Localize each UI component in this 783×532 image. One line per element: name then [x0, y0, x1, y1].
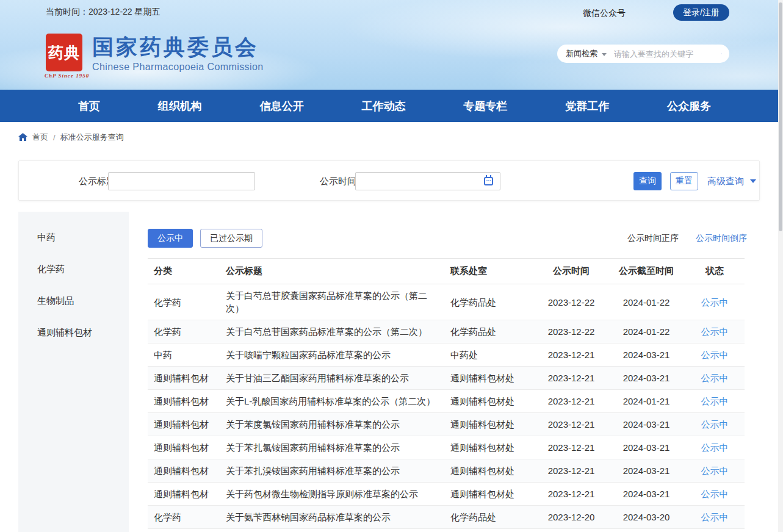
cell-title[interactable]: 关于白芍总苷国家药品标准草案的公示（第二次）	[220, 320, 444, 343]
cell-end-date: 2024-03-21	[608, 367, 685, 390]
cell-category: 通则辅料包材	[148, 367, 220, 390]
site-title-block: 国家药典委员会 Chinese Pharmacopoeia Commission	[92, 34, 263, 73]
breadcrumb-home[interactable]: 首页	[32, 132, 48, 143]
cell-start-date: 2023-12-21	[535, 390, 608, 413]
status-link[interactable]: 公示中	[701, 442, 729, 453]
site-search-input[interactable]	[614, 49, 721, 59]
publicity-date-input[interactable]	[355, 172, 500, 190]
nav-item[interactable]: 信息公开	[260, 99, 304, 113]
header-category: 分类	[148, 259, 220, 284]
cell-status: 公示中	[685, 367, 745, 390]
sidebar-category-item[interactable]: 中药	[18, 221, 129, 253]
cell-end-date: 2024-03-21	[608, 413, 685, 436]
table-row: 通则辅料包材 关于苯度氯铵国家药用辅料标准草案的公示 通则辅料包材处 2023-…	[148, 413, 745, 436]
site-search-bar[interactable]: 新闻检索	[557, 45, 729, 63]
main-nav: 首页组织机构信息公开工作动态专题专栏党群工作公众服务	[0, 90, 783, 122]
cell-office: 通则辅料包材处	[444, 413, 535, 436]
cell-title[interactable]: 关于甘油三乙酯国家药用辅料标准草案的公示	[220, 367, 444, 390]
chevron-down-icon	[750, 179, 756, 183]
nav-item[interactable]: 专题专栏	[463, 99, 507, 113]
sort-ascending-link[interactable]: 公示时间正序	[627, 233, 679, 244]
table-row: 通则辅料包材 关于苯扎溴铵国家药用辅料标准草案的公示 通则辅料包材处 2023-…	[148, 459, 745, 483]
query-button[interactable]: 查询	[633, 172, 662, 190]
cell-title[interactable]: 关于白芍总苷胶囊国家药品标准草案的公示（第二次）	[220, 284, 444, 320]
scrollbar-thumb[interactable]	[779, 2, 782, 231]
sidebar-category-item[interactable]: 化学药	[18, 253, 129, 285]
publicity-title-input[interactable]	[108, 172, 255, 190]
nav-item[interactable]: 首页	[78, 99, 100, 113]
cell-title[interactable]: 关于L-乳酸国家药用辅料标准草案的公示（第二次）	[220, 390, 444, 413]
table-row: 通则辅料包材 关于L-乳酸国家药用辅料标准草案的公示（第二次） 通则辅料包材处 …	[148, 390, 745, 413]
tab-expired-publicity[interactable]: 已过公示期	[200, 229, 262, 248]
cell-title[interactable]: 关于苯扎溴铵国家药用辅料标准草案的公示	[220, 459, 444, 483]
table-header-row: 分类 公示标题 联系处室 公示时间 公示截至时间 状态	[148, 259, 745, 284]
cell-title[interactable]: 关于苯扎氯铵国家药用辅料标准草案的公示	[220, 436, 444, 459]
table-row: 通则辅料包材 关于苯扎氯铵国家药用辅料标准草案的公示 通则辅料包材处 2023-…	[148, 436, 745, 459]
nav-item[interactable]: 组织机构	[158, 99, 202, 113]
cell-end-date: 2024-03-21	[608, 343, 685, 367]
site-title-en: Chinese Pharmacopoeia Commission	[92, 62, 263, 73]
header-end-date: 公示截至时间	[608, 259, 685, 284]
status-link[interactable]: 公示中	[701, 373, 729, 383]
sidebar-category-item[interactable]: 生物制品	[18, 285, 129, 317]
cell-title[interactable]: 关于药包材微生物检测指导原则标准草案的公示	[220, 483, 444, 506]
cell-status: 公示中	[685, 284, 745, 320]
cell-start-date: 2023-12-21	[535, 343, 608, 367]
category-sidebar: 中药化学药生物制品通则辅料包材	[18, 212, 129, 532]
reset-button[interactable]: 重置	[670, 172, 698, 190]
cell-category: 通则辅料包材	[148, 390, 220, 413]
cell-office: 化学药品处	[444, 284, 535, 320]
cell-office: 通则辅料包材处	[444, 367, 535, 390]
cell-category: 通则辅料包材	[148, 413, 220, 436]
nav-item[interactable]: 党群工作	[565, 99, 609, 113]
home-icon[interactable]	[18, 133, 27, 142]
status-link[interactable]: 公示中	[701, 512, 729, 522]
chevron-down-icon	[602, 53, 607, 56]
cell-title[interactable]: 关于氨苄西林钠国家药品标准草案的公示	[220, 506, 444, 529]
cell-start-date: 2023-12-22	[535, 284, 608, 320]
table-row: 通则辅料包材 关于甘油三乙酯国家药用辅料标准草案的公示 通则辅料包材处 2023…	[148, 367, 745, 390]
chp-seal-logo: 药典 ChP Since 1950	[46, 34, 82, 71]
current-time: 当前时间：2023-12-22 星期五	[46, 7, 161, 18]
status-link[interactable]: 公示中	[701, 326, 729, 337]
results-toolbar: 公示中 已过公示期 公示时间正序 公示时间倒序	[148, 229, 747, 248]
cell-status: 公示中	[685, 390, 745, 413]
page-scrollbar[interactable]	[778, 0, 783, 532]
cell-title[interactable]: 关于咳喘宁颗粒国家药品标准草案的公示	[220, 343, 444, 367]
header-office: 联系处室	[444, 259, 535, 284]
header-status: 状态	[685, 259, 745, 284]
login-register-button[interactable]: 登录/注册	[673, 4, 729, 21]
site-title-cn: 国家药典委员会	[92, 35, 263, 59]
publicity-table: 分类 公示标题 联系处室 公示时间 公示截至时间 状态 化学药 关于白芍总苷胶囊…	[148, 258, 745, 529]
calendar-icon[interactable]	[484, 177, 493, 185]
cell-end-date: 2024-01-21	[608, 390, 685, 413]
tab-in-publicity[interactable]: 公示中	[148, 229, 193, 248]
status-link[interactable]: 公示中	[701, 419, 729, 430]
status-link[interactable]: 公示中	[701, 466, 729, 476]
cell-office: 通则辅料包材处	[444, 459, 535, 483]
cell-status: 公示中	[685, 413, 745, 436]
sort-descending-link[interactable]: 公示时间倒序	[696, 233, 747, 244]
cell-title[interactable]: 关于苯度氯铵国家药用辅料标准草案的公示	[220, 413, 444, 436]
results-panel: 公示中 已过公示期 公示时间正序 公示时间倒序 分类 公示标题 联系处室 公示时…	[129, 212, 760, 532]
search-category-select[interactable]: 新闻检索	[566, 48, 597, 59]
cell-status: 公示中	[685, 506, 745, 529]
advanced-search-toggle[interactable]: 高级查询	[707, 161, 756, 201]
search-icon[interactable]	[721, 48, 722, 59]
sidebar-category-item[interactable]: 通则辅料包材	[18, 317, 129, 348]
seal-caption: ChP Since 1950	[45, 73, 93, 79]
cell-office: 化学药品处	[444, 320, 535, 343]
breadcrumb-separator: /	[53, 133, 56, 142]
breadcrumb-current: 标准公示服务查询	[60, 132, 124, 143]
wechat-account-link[interactable]: 微信公众号	[583, 8, 626, 19]
nav-item[interactable]: 工作动态	[361, 99, 405, 113]
status-link[interactable]: 公示中	[701, 297, 729, 307]
content-area: 中药化学药生物制品通则辅料包材 公示中 已过公示期 公示时间正序 公示时间倒序 …	[18, 212, 760, 532]
status-link[interactable]: 公示中	[701, 350, 729, 360]
status-link[interactable]: 公示中	[701, 396, 729, 406]
status-link[interactable]: 公示中	[701, 489, 729, 499]
cell-category: 化学药	[148, 320, 220, 343]
cell-end-date: 2024-01-22	[608, 284, 685, 320]
nav-item[interactable]: 公众服务	[667, 99, 711, 113]
table-row: 通则辅料包材 关于药包材微生物检测指导原则标准草案的公示 通则辅料包材处 202…	[148, 483, 745, 506]
